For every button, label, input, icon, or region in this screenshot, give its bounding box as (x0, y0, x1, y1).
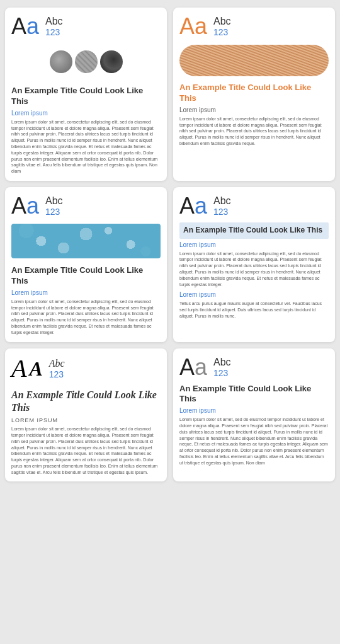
font-preview-6: Aa Abc 123 (179, 356, 329, 379)
card5-content: An Example Title Could Look Like This LO… (11, 386, 161, 476)
bubbles-image (11, 224, 161, 258)
font-sample-large-6: Aa (179, 356, 207, 379)
decorative-pill (179, 45, 329, 76)
font-sample-right-5: Abc 123 (49, 358, 65, 379)
font-sample-large-3: Aa (11, 195, 39, 217)
font-abc-2: Abc (213, 16, 231, 27)
card-title-3: An Example Title Could Look Like This (11, 265, 161, 287)
lorem-label-2: Lorem ipsum (179, 106, 329, 113)
font-sample-large-5a: A (11, 356, 26, 381)
font-num-5: 123 (49, 369, 65, 379)
circle-3 (100, 50, 123, 73)
card-title-5: An Example Title Could Look Like This (11, 389, 161, 415)
lorem-label-1: Lorem ipsum (11, 110, 161, 117)
card-title-1: An Example Title Could Look Like This (11, 86, 161, 107)
lorem-label-6: Lorem ipsum (179, 407, 329, 414)
font-sample-right-1: Abc 123 (45, 16, 63, 37)
font-num-1: 123 (45, 27, 63, 37)
font-sample-large-1: Aa (11, 15, 39, 38)
card-title-6: An Example Title Could Look Like This (179, 384, 329, 405)
font-sample-large-5b: A (29, 359, 42, 379)
font-preview-3: Aa Abc 123 (11, 195, 161, 217)
lorem-text-6: Lorem ipsum dolor sit amet, sed do eiusm… (179, 417, 329, 466)
bubbles-bg (11, 224, 161, 258)
lorem-text-4b: Tellus arcu purus augue mauris augue at … (179, 301, 329, 319)
font-sample-large-2: Aa (179, 15, 207, 38)
font-num-2: 123 (213, 27, 231, 37)
lorem-text-5: Lorem ipsum dolor sit amet, consectetur … (11, 426, 161, 475)
lorem-text-3: Lorem ipsum dolor sit amet, consectetur … (11, 299, 161, 336)
card-image-2 (179, 43, 329, 78)
font-sample-right-6: Abc 123 (213, 357, 231, 378)
font-abc-5: Abc (49, 358, 65, 369)
card-image-1 (11, 43, 161, 81)
font-preview-5: A A Abc 123 (11, 356, 161, 381)
font-card-5: A A Abc 123 An Example Title Could Look … (5, 348, 167, 482)
lorem-label-4b: Lorem ipsum (179, 291, 329, 298)
lorem-text-1: Lorem ipsum dolor sit amet, consectetur … (11, 119, 161, 175)
font-sample-right-4: Abc 123 (213, 195, 231, 217)
card-image-3 (11, 222, 161, 260)
font-preview-2: Aa Abc 123 (179, 15, 329, 38)
circles-container (50, 50, 123, 73)
card-title-4: An Example Title Could Look Like This (179, 222, 329, 239)
font-abc-1: Abc (45, 16, 63, 27)
font-abc-3: Abc (45, 195, 63, 207)
font-sample-right-3: Abc 123 (45, 195, 63, 217)
circle-1 (50, 50, 72, 73)
font-abc-6: Abc (213, 357, 231, 368)
font-card-6: Aa Abc 123 An Example Title Could Look L… (173, 348, 335, 482)
font-sample-right-2: Abc 123 (213, 16, 231, 37)
font-card-1: Aa Abc 123 An Example Title Could Look L… (5, 8, 167, 181)
lorem-label-4: Lorem ipsum (179, 241, 329, 248)
font-num-4: 123 (213, 207, 231, 217)
font-num-6: 123 (213, 368, 231, 378)
font-card-2: Aa Abc 123 An Example Title Could Look L… (173, 8, 335, 181)
font-sample-large-4: Aa (179, 195, 207, 217)
lorem-label-3: Lorem ipsum (11, 289, 161, 296)
font-preview-1: Aa Abc 123 (11, 15, 161, 38)
font-abc-4: Abc (213, 195, 231, 207)
font-card-3: Aa Abc 123 An Example Title Could Look L… (5, 187, 167, 342)
circle-2 (75, 50, 98, 73)
lorem-text-4: Lorem ipsum dolor sit amet, consectetur … (179, 251, 329, 288)
font-num-3: 123 (45, 207, 63, 217)
card-title-2: An Example Title Could Look Like This (179, 83, 329, 104)
lorem-text-2: Lorem ipsum dolor sit amet, consectetur … (179, 116, 329, 147)
lorem-label-5: LOREM IPSUM (11, 417, 161, 423)
font-card-4: Aa Abc 123 An Example Title Could Look L… (173, 187, 335, 342)
font-preview-grid: Aa Abc 123 An Example Title Could Look L… (5, 8, 335, 481)
font-preview-4: Aa Abc 123 (179, 195, 329, 217)
